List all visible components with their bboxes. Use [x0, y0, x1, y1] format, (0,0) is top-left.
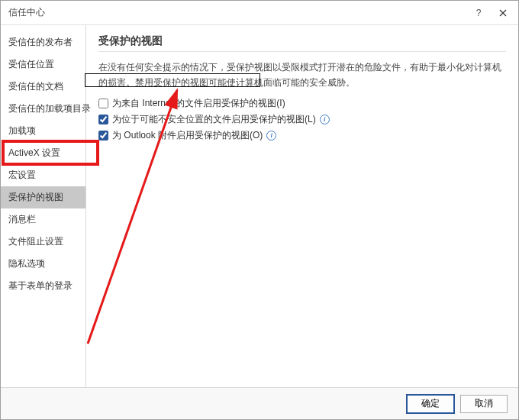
sidebar: 受信任的发布者 受信任位置 受信任的文档 受信任的加载项目录 加载项 Activ…: [1, 25, 86, 387]
content-panel: 受保护的视图 在没有任何安全提示的情况下，受保护视图以受限模式打开潜在的危险文件…: [86, 25, 518, 387]
sidebar-item-addins[interactable]: 加载项: [1, 120, 85, 142]
info-icon[interactable]: i: [266, 131, 276, 141]
option-label: 为 Outlook 附件启用受保护的视图(O): [112, 129, 263, 142]
sidebar-item-trusted-documents[interactable]: 受信任的文档: [1, 76, 85, 98]
options-group: 为来自 Internet 的文件启用受保护的视图(I) 为位于可能不安全位置的文…: [98, 95, 506, 144]
sidebar-item-trusted-locations[interactable]: 受信任位置: [1, 53, 85, 76]
window-controls: ?: [466, 2, 515, 24]
option-unsafe-locations[interactable]: 为位于可能不安全位置的文件启用受保护的视图(L) i: [98, 111, 506, 128]
titlebar: 信任中心 ?: [1, 1, 518, 25]
info-icon[interactable]: i: [320, 115, 330, 124]
help-button[interactable]: ?: [466, 2, 491, 24]
trust-center-dialog: 信任中心 ? 受信任的发布者 受信任位置 受信任的文档 受信任的加载项目录 加载…: [0, 0, 519, 420]
section-title: 受保护的视图: [98, 34, 506, 52]
sidebar-item-activex[interactable]: ActiveX 设置: [1, 142, 85, 164]
sidebar-item-file-block[interactable]: 文件阻止设置: [1, 231, 85, 253]
option-internet-files[interactable]: 为来自 Internet 的文件启用受保护的视图(I): [98, 95, 506, 111]
option-label: 为来自 Internet 的文件启用受保护的视图(I): [112, 97, 285, 110]
sidebar-item-trusted-addin-catalogs[interactable]: 受信任的加载项目录: [1, 98, 85, 120]
sidebar-item-privacy[interactable]: 隐私选项: [1, 253, 85, 275]
sidebar-item-form-login[interactable]: 基于表单的登录: [1, 275, 85, 297]
section-description: 在没有任何安全提示的情况下，受保护视图以受限模式打开潜在的危险文件，有助于最小化…: [98, 60, 506, 91]
option-outlook-attachments[interactable]: 为 Outlook 附件启用受保护的视图(O) i: [98, 128, 506, 144]
option-label: 为位于可能不安全位置的文件启用受保护的视图(L): [112, 113, 316, 126]
checkbox-outlook-attachments[interactable]: [98, 131, 108, 141]
close-icon: [499, 9, 507, 17]
dialog-footer: 确定 取消: [1, 387, 518, 419]
dialog-title: 信任中心: [8, 6, 45, 19]
sidebar-item-trusted-publishers[interactable]: 受信任的发布者: [1, 31, 85, 53]
checkbox-unsafe-locations[interactable]: [98, 115, 108, 124]
checkbox-internet-files[interactable]: [98, 99, 108, 108]
close-button[interactable]: [491, 2, 515, 24]
sidebar-item-message-bar[interactable]: 消息栏: [1, 208, 85, 231]
sidebar-item-protected-view[interactable]: 受保护的视图: [1, 186, 85, 208]
sidebar-item-macros[interactable]: 宏设置: [1, 164, 85, 186]
cancel-button[interactable]: 取消: [460, 395, 508, 413]
dialog-body: 受信任的发布者 受信任位置 受信任的文档 受信任的加载项目录 加载项 Activ…: [1, 25, 518, 387]
ok-button[interactable]: 确定: [407, 395, 454, 413]
